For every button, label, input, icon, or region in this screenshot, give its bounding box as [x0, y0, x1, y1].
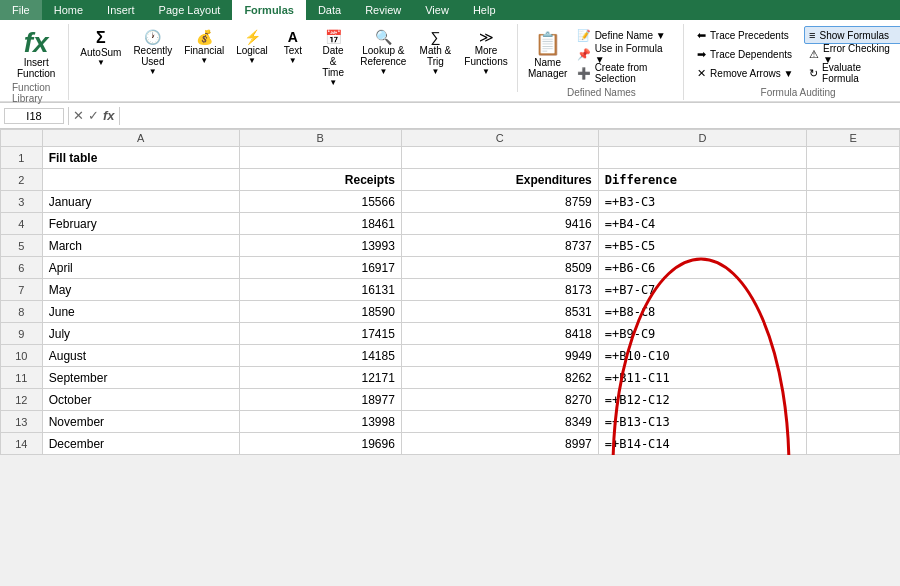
cell-e8[interactable]	[807, 301, 900, 323]
cell-d3[interactable]: =+B3-C3	[598, 191, 807, 213]
cell-a13[interactable]: November	[42, 411, 239, 433]
cell-c1[interactable]	[401, 147, 598, 169]
row-header-12[interactable]: 12	[1, 389, 43, 411]
row-header-6[interactable]: 6	[1, 257, 43, 279]
tab-page-layout[interactable]: Page Layout	[147, 0, 233, 20]
cell-c3[interactable]: 8759	[401, 191, 598, 213]
cell-b8[interactable]: 18590	[239, 301, 401, 323]
cell-d7[interactable]: =+B7-C7	[598, 279, 807, 301]
cell-a2[interactable]	[42, 169, 239, 191]
tab-data[interactable]: Data	[306, 0, 353, 20]
row-header-1[interactable]: 1	[1, 147, 43, 169]
cell-c10[interactable]: 9949	[401, 345, 598, 367]
tab-help[interactable]: Help	[461, 0, 508, 20]
col-header-e[interactable]: E	[807, 130, 900, 147]
cell-e5[interactable]	[807, 235, 900, 257]
row-header-14[interactable]: 14	[1, 433, 43, 455]
cell-b3[interactable]: 15566	[239, 191, 401, 213]
cell-a9[interactable]: July	[42, 323, 239, 345]
cell-b13[interactable]: 13998	[239, 411, 401, 433]
cell-e1[interactable]	[807, 147, 900, 169]
row-header-8[interactable]: 8	[1, 301, 43, 323]
cell-a14[interactable]: December	[42, 433, 239, 455]
cell-d9[interactable]: =+B9-C9	[598, 323, 807, 345]
financial-button[interactable]: 💰 Financial ▼	[179, 26, 229, 68]
row-header-3[interactable]: 3	[1, 191, 43, 213]
cell-c4[interactable]: 9416	[401, 213, 598, 235]
math-trig-button[interactable]: ∑ Math &Trig ▼	[413, 26, 457, 79]
logical-button[interactable]: ⚡ Logical ▼	[231, 26, 273, 68]
cell-d6[interactable]: =+B6-C6	[598, 257, 807, 279]
cell-c11[interactable]: 8262	[401, 367, 598, 389]
cell-d14[interactable]: =+B14-C14	[598, 433, 807, 455]
error-checking-button[interactable]: ⚠ Error Checking ▼	[804, 45, 900, 63]
cell-reference-box[interactable]	[4, 108, 64, 124]
evaluate-formula-button[interactable]: ↻ Evaluate Formula	[804, 64, 900, 82]
row-header-4[interactable]: 4	[1, 213, 43, 235]
tab-insert[interactable]: Insert	[95, 0, 147, 20]
cell-c2[interactable]: Expenditures	[401, 169, 598, 191]
cell-b14[interactable]: 19696	[239, 433, 401, 455]
formula-input[interactable]	[124, 108, 896, 124]
autosum-button[interactable]: Σ AutoSum ▼	[75, 26, 126, 70]
cell-a6[interactable]: April	[42, 257, 239, 279]
define-name-button[interactable]: 📝 Define Name ▼	[572, 26, 677, 44]
text-button[interactable]: A Text ▼	[275, 26, 311, 68]
cell-b12[interactable]: 18977	[239, 389, 401, 411]
cell-b6[interactable]: 16917	[239, 257, 401, 279]
row-header-9[interactable]: 9	[1, 323, 43, 345]
cell-b11[interactable]: 12171	[239, 367, 401, 389]
create-from-selection-button[interactable]: ➕ Create from Selection	[572, 64, 677, 82]
col-header-a[interactable]: A	[42, 130, 239, 147]
tab-home[interactable]: Home	[42, 0, 95, 20]
cell-c8[interactable]: 8531	[401, 301, 598, 323]
row-header-11[interactable]: 11	[1, 367, 43, 389]
more-functions-button[interactable]: ≫ MoreFunctions ▼	[459, 26, 512, 79]
lookup-reference-button[interactable]: 🔍 Lookup &Reference ▼	[355, 26, 411, 79]
trace-precedents-button[interactable]: ⬅ Trace Precedents	[692, 26, 802, 44]
cell-d1[interactable]	[598, 147, 807, 169]
tab-formulas[interactable]: Formulas	[232, 0, 306, 20]
recently-used-button[interactable]: 🕐 RecentlyUsed ▼	[128, 26, 177, 79]
cell-d2[interactable]: Difference	[598, 169, 807, 191]
row-header-5[interactable]: 5	[1, 235, 43, 257]
cell-e10[interactable]	[807, 345, 900, 367]
name-manager-button[interactable]: 📋 NameManager	[526, 26, 570, 84]
col-header-c[interactable]: C	[401, 130, 598, 147]
cell-c14[interactable]: 8997	[401, 433, 598, 455]
cell-a4[interactable]: February	[42, 213, 239, 235]
cell-e11[interactable]	[807, 367, 900, 389]
cell-c13[interactable]: 8349	[401, 411, 598, 433]
cell-a10[interactable]: August	[42, 345, 239, 367]
row-header-10[interactable]: 10	[1, 345, 43, 367]
cell-b7[interactable]: 16131	[239, 279, 401, 301]
cell-d10[interactable]: =+B10-C10	[598, 345, 807, 367]
cell-a3[interactable]: January	[42, 191, 239, 213]
cell-d8[interactable]: =+B8-C8	[598, 301, 807, 323]
tab-file[interactable]: File	[0, 0, 42, 20]
insert-function-icon[interactable]: fx	[103, 108, 115, 123]
row-header-7[interactable]: 7	[1, 279, 43, 301]
confirm-formula-icon[interactable]: ✓	[88, 108, 99, 123]
cell-b9[interactable]: 17415	[239, 323, 401, 345]
cell-c5[interactable]: 8737	[401, 235, 598, 257]
cell-d5[interactable]: =+B5-C5	[598, 235, 807, 257]
cell-b1[interactable]	[239, 147, 401, 169]
cell-b4[interactable]: 18461	[239, 213, 401, 235]
cell-d13[interactable]: =+B13-C13	[598, 411, 807, 433]
cell-b10[interactable]: 14185	[239, 345, 401, 367]
cell-d4[interactable]: =+B4-C4	[598, 213, 807, 235]
cell-c6[interactable]: 8509	[401, 257, 598, 279]
tab-view[interactable]: View	[413, 0, 461, 20]
cell-a1[interactable]: Fill table	[42, 147, 239, 169]
cell-a7[interactable]: May	[42, 279, 239, 301]
cell-c9[interactable]: 8418	[401, 323, 598, 345]
cell-c12[interactable]: 8270	[401, 389, 598, 411]
cell-e13[interactable]	[807, 411, 900, 433]
cell-e6[interactable]	[807, 257, 900, 279]
col-header-b[interactable]: B	[239, 130, 401, 147]
col-header-d[interactable]: D	[598, 130, 807, 147]
date-time-button[interactable]: 📅 Date &Time ▼	[313, 26, 354, 90]
row-header-2[interactable]: 2	[1, 169, 43, 191]
cell-e3[interactable]	[807, 191, 900, 213]
